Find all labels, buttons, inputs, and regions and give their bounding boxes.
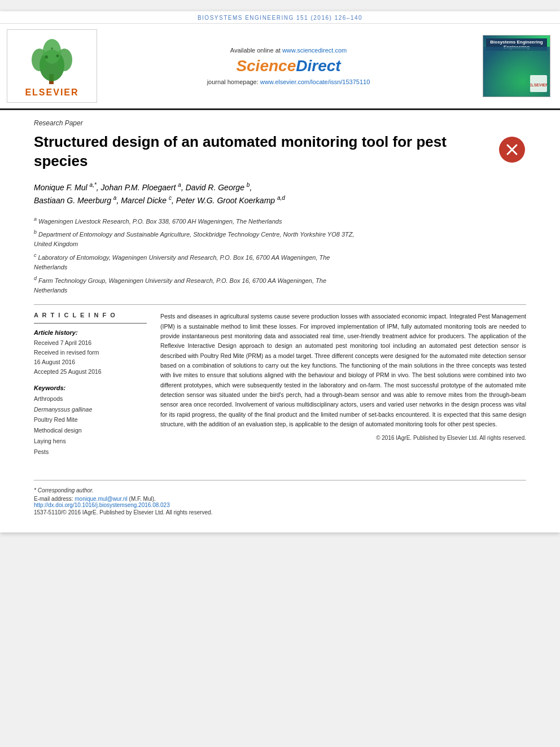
elsevier-small-icon: ELSEVIER [530,75,547,92]
abstract-column: Pests and diseases in agricultural syste… [160,312,526,457]
header-center: Available online at www.sciencedirect.co… [103,29,474,103]
email-line: E-mail address: monique.mul@wur.nl (M.F.… [34,496,526,502]
svg-point-6 [56,55,59,58]
crossmark-icon [499,137,525,163]
journal-cover-image: Biosystems EngineeringEngineering ELSEVI… [483,35,550,97]
journal-bar: BIOSYSTEMS ENGINEERING 151 (2016) 126–14… [0,11,560,24]
revised-date: 16 August 2016 [34,359,75,365]
author-george: David R. George [186,183,247,192]
elsevier-tree-icon [24,34,80,85]
title-row: Structured design of an automated monito… [34,133,526,171]
history-text: Received 7 April 2016 Received in revise… [34,338,147,376]
authors-list: Monique F. Mul a,*, Johan P.M. Ploegaert… [34,181,526,207]
sciencedirect-logo: ScienceDirect [236,57,340,75]
journal-cover: Biosystems EngineeringEngineering ELSEVI… [480,29,553,103]
elsevier-label: ELSEVIER [25,88,78,98]
keyword-arthropods: Arthropods [34,394,147,404]
abstract-paragraph: Pests and diseases in agricultural syste… [160,312,526,429]
svg-point-5 [45,55,48,59]
affiliation-b: b Department of Entomology and Sustainab… [34,228,526,250]
sciencedirect-url[interactable]: www.sciencedirect.com [282,47,347,54]
keyword-poultry-red-mite: Poultry Red Mite [34,414,147,425]
svg-point-7 [51,47,53,50]
doi-link[interactable]: http://dx.doi.org/10.1016/j.biosystemsen… [34,502,170,508]
article-info-divider [34,323,147,324]
affiliation-d: d Farm Technology Group, Wageningen Univ… [34,274,526,296]
received-revised-label: Received in revised form [34,349,99,356]
svg-text:ELSEVIER: ELSEVIER [530,83,547,87]
section-divider [34,304,526,305]
keyword-methodical-design: Methodical design [34,425,147,436]
article-info-column: A R T I C L E I N F O Article history: R… [34,312,147,457]
doi-line: http://dx.doi.org/10.1016/j.biosystemsen… [34,502,526,508]
accepted-date: Accepted 25 August 2016 [34,368,102,375]
corresponding-label: * Corresponding author. [34,487,526,493]
author-meerburg: Bastiaan G. Meerburg [34,196,113,205]
svg-point-4 [43,39,61,64]
keyword-dermanyssus: Dermanyssus gallinae [34,404,147,415]
email-label: E-mail address: [34,496,73,502]
journal-url[interactable]: www.elsevier.com/locate/issn/15375110 [260,78,370,85]
article-info-heading: A R T I C L E I N F O [34,312,147,318]
email-link[interactable]: monique.mul@wur.nl [75,496,128,502]
affiliation-c: c Laboratory of Entomology, Wageningen U… [34,251,526,273]
header-section: ELSEVIER Available online at www.science… [0,24,560,110]
main-content: Research Paper Structured design of an a… [0,110,560,532]
page: BIOSYSTEMS ENGINEERING 151 (2016) 126–14… [0,11,560,532]
history-heading: Article history: [34,329,147,336]
elsevier-logo: ELSEVIER [7,29,97,103]
received-date: Received 7 April 2016 [34,339,91,346]
crossmark-badge [498,136,526,164]
article-title: Structured design of an automated monito… [34,133,498,171]
copyright-text: © 2016 IAgrE. Published by Elsevier Ltd.… [160,434,526,443]
journal-bar-text: BIOSYSTEMS ENGINEERING 151 (2016) 126–14… [198,15,362,21]
author-mul: Monique F. Mul [34,183,90,192]
keywords-heading: Keywords: [34,385,147,391]
affiliation-a: a Wageningen Livestock Research, P.O. Bo… [34,215,526,226]
author-koerkamp: Peter W.G. Groot Koerkamp [176,196,277,205]
keyword-laying-hens: Laying hens [34,436,147,447]
keyword-pests: Pests [34,447,147,457]
issn-line: 1537-5110/© 2016 IAgrE. Published by Els… [34,509,526,516]
available-online-text: Available online at www.sciencedirect.co… [230,47,347,54]
journal-homepage-text: journal homepage: www.elsevier.com/locat… [207,78,370,85]
affiliations-list: a Wageningen Livestock Research, P.O. Bo… [34,215,526,296]
email-suffix: (M.F. Mul). [129,496,156,502]
paper-type-label: Research Paper [34,119,526,127]
abstract-text: Pests and diseases in agricultural syste… [160,312,526,443]
author-dicke: Marcel Dicke [121,196,169,205]
footer-section: * Corresponding author. E-mail address: … [34,480,526,516]
keywords-list: Arthropods Dermanyssus gallinae Poultry … [34,394,147,457]
two-column-section: A R T I C L E I N F O Article history: R… [34,312,526,457]
author-ploegaert: Johan P.M. Ploegaert [101,183,178,192]
